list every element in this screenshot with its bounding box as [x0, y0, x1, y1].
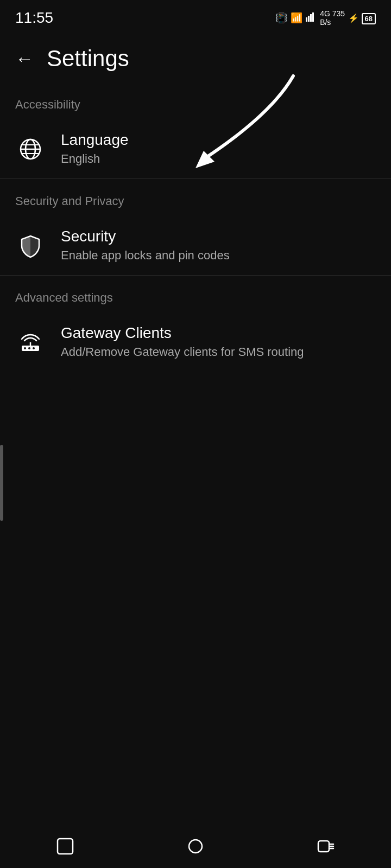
home-button[interactable]	[179, 830, 212, 863]
router-icon	[15, 327, 46, 358]
gateway-clients-subtitle: Add/Remove Gateway clients for SMS routi…	[61, 344, 376, 361]
svg-point-12	[28, 347, 30, 349]
gateway-clients-text: Gateway Clients Add/Remove Gateway clien…	[61, 324, 376, 361]
header: ← Settings	[0, 33, 391, 82]
network-speed: 4G 735B/s	[320, 9, 345, 27]
language-item[interactable]: Language English	[0, 120, 391, 178]
battery-icon: ⚡ 68	[348, 13, 376, 23]
security-subtitle: Enable app locks and pin codes	[61, 247, 376, 264]
svg-point-16	[189, 840, 202, 853]
back-nav-button[interactable]	[310, 830, 342, 863]
section-advanced-label: Advanced settings	[0, 276, 391, 314]
svg-point-13	[33, 347, 35, 349]
section-accessibility: Accessibility Language English	[0, 82, 391, 178]
svg-point-11	[24, 347, 26, 349]
signal-icon	[306, 12, 317, 24]
shield-icon	[15, 231, 46, 261]
battery-level: 68	[362, 13, 376, 24]
section-security-label: Security and Privacy	[0, 179, 391, 217]
svg-rect-3	[312, 12, 314, 22]
status-bar: 11:55 📳 📶 4G 735B/s ⚡ 68	[0, 0, 391, 33]
vibrate-icon: 📳	[275, 12, 287, 24]
security-text: Security Enable app locks and pin codes	[61, 228, 376, 264]
security-title: Security	[61, 228, 376, 245]
security-item[interactable]: Security Enable app locks and pin codes	[0, 217, 391, 275]
language-text: Language English	[61, 131, 376, 168]
svg-rect-17	[318, 841, 329, 852]
gateway-clients-title: Gateway Clients	[61, 324, 376, 342]
scroll-indicator	[0, 445, 3, 521]
section-advanced: Advanced settings Gateway Clients Ad	[0, 276, 391, 372]
svg-rect-1	[308, 16, 310, 22]
gateway-clients-item[interactable]: Gateway Clients Add/Remove Gateway clien…	[0, 314, 391, 372]
status-icons: 📳 📶 4G 735B/s ⚡ 68	[275, 9, 376, 27]
svg-rect-2	[310, 14, 312, 22]
globe-icon	[15, 134, 46, 164]
back-button[interactable]: ←	[15, 49, 34, 68]
bluetooth-icon: 📶	[291, 12, 302, 24]
status-time: 11:55	[15, 9, 53, 27]
language-subtitle: English	[61, 151, 376, 168]
svg-rect-0	[306, 17, 307, 22]
recent-apps-button[interactable]	[49, 830, 81, 863]
page-title: Settings	[47, 46, 129, 72]
nav-bar	[0, 825, 391, 868]
svg-rect-15	[58, 839, 73, 854]
section-security: Security and Privacy Security Enable app…	[0, 179, 391, 275]
language-title: Language	[61, 131, 376, 149]
section-accessibility-label: Accessibility	[0, 82, 391, 120]
